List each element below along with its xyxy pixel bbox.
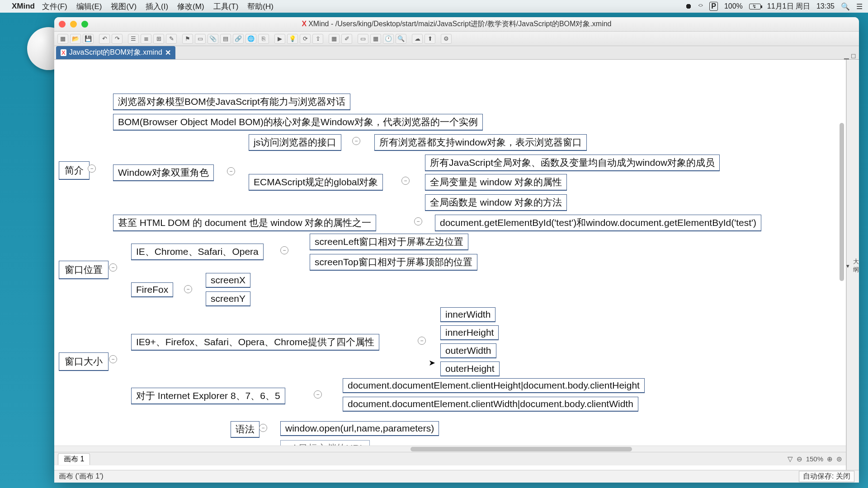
- menu-modify[interactable]: 修改(M): [177, 1, 204, 12]
- toggle-icon[interactable]: −: [109, 263, 117, 272]
- node-intro[interactable]: 简介: [59, 161, 90, 180]
- node-win-size[interactable]: 窗口大小: [59, 352, 108, 371]
- node-doc-prop-c[interactable]: document.getElementById('test')和window.d…: [435, 215, 761, 231]
- node-ecma-b[interactable]: 全局变量是 window 对象的属性: [425, 174, 567, 191]
- spotlight-icon[interactable]: 🔍: [841, 2, 850, 11]
- export-icon[interactable]: ⬆: [425, 34, 435, 44]
- node-size-a1[interactable]: innerWidth: [440, 307, 495, 322]
- toggle-icon[interactable]: −: [352, 137, 360, 145]
- search-icon[interactable]: 🔍: [396, 34, 406, 44]
- menu-insert[interactable]: 插入(I): [146, 1, 168, 12]
- chevron-down-icon[interactable]: ▾: [846, 262, 849, 270]
- mindmap-canvas[interactable]: 简介 − 浏览器对象模型BOM使JavaScript有能力与浏览器对话 BOM(…: [54, 60, 846, 470]
- list-icon[interactable]: ≣: [141, 34, 151, 44]
- zoom-in-icon[interactable]: ⊕: [827, 455, 833, 463]
- menubar-date[interactable]: 11月1日 周日: [767, 2, 810, 11]
- node-pos-a2[interactable]: screenTop窗口相对于屏幕顶部的位置: [310, 254, 477, 271]
- style-icon[interactable]: ✎: [166, 34, 177, 44]
- flag-icon[interactable]: ⚑: [182, 34, 193, 44]
- node-win-pos[interactable]: 窗口位置: [59, 261, 108, 279]
- vertical-scrollbar[interactable]: [840, 105, 845, 358]
- node-size-a4[interactable]: outerHeight: [440, 361, 500, 376]
- window-minimize-button[interactable]: [70, 21, 77, 28]
- cloud-up-icon[interactable]: ☁: [412, 34, 423, 44]
- tab-close-icon[interactable]: ✕: [165, 48, 171, 57]
- wifi-icon[interactable]: ⌔: [698, 2, 703, 10]
- outline-icon[interactable]: ☰: [128, 34, 139, 44]
- toggle-icon[interactable]: −: [109, 355, 117, 363]
- toggle-icon[interactable]: −: [259, 424, 267, 432]
- menu-tools[interactable]: 工具(T): [213, 1, 239, 12]
- app-name[interactable]: XMind: [12, 2, 35, 11]
- zoom-out-icon[interactable]: ⊖: [797, 455, 802, 463]
- node-doc-prop[interactable]: 甚至 HTML DOM 的 document 也是 window 对象的属性之一: [113, 215, 376, 231]
- window-titlebar[interactable]: XXMind - /Users/king/Desktop/start/maizi…: [54, 17, 859, 32]
- menu-file[interactable]: 文件(F): [42, 1, 67, 12]
- node-ecma-a[interactable]: 所有JavaScript全局对象、函数及变量均自动成为window对象的成员: [425, 155, 720, 171]
- battery-icon[interactable]: ↯: [749, 4, 761, 9]
- node-syntax-a[interactable]: window.open(url,name,parameters): [280, 421, 439, 436]
- node-size-b2[interactable]: document.documentElement.clientWidth|doc…: [343, 397, 638, 412]
- node-pos-a1[interactable]: screenLeft窗口相对于屏幕左边位置: [310, 234, 468, 250]
- refresh-icon[interactable]: ⟳: [300, 34, 311, 44]
- node-size-a2[interactable]: innerHeight: [440, 325, 499, 340]
- toggle-icon[interactable]: −: [88, 164, 96, 173]
- node-size-a3[interactable]: outerWidth: [440, 343, 496, 358]
- node-intro-a[interactable]: 浏览器对象模型BOM使JavaScript有能力与浏览器对话: [113, 94, 350, 110]
- attach-icon[interactable]: 📎: [208, 34, 218, 44]
- filter-icon[interactable]: ▽: [788, 455, 793, 463]
- doc-icon[interactable]: ⎘: [258, 34, 269, 44]
- node-syntax[interactable]: 语法: [231, 421, 259, 438]
- node-pos-b2[interactable]: screenY: [206, 291, 250, 306]
- toggle-icon[interactable]: −: [414, 217, 422, 225]
- share-icon[interactable]: ⇪: [312, 34, 323, 44]
- node-pos-a[interactable]: IE、Chrome、Safari、Opera: [131, 244, 264, 260]
- save-icon[interactable]: 💾: [83, 34, 94, 44]
- link-icon[interactable]: 🔗: [233, 34, 244, 44]
- node-size-b[interactable]: 对于 Internet Explorer 8、7、6、5: [131, 388, 285, 404]
- web-icon[interactable]: 🌐: [245, 34, 256, 44]
- open-icon[interactable]: 📂: [70, 34, 81, 44]
- node-js-access-c[interactable]: 所有浏览器都支持window对象，表示浏览器窗口: [374, 134, 587, 151]
- screen-record-icon[interactable]: ⏺: [685, 2, 692, 10]
- clock-icon[interactable]: 🕐: [383, 34, 394, 44]
- menubar-time[interactable]: 13:35: [816, 2, 835, 10]
- sheet-tab[interactable]: 画布 1: [58, 453, 90, 465]
- toggle-icon[interactable]: −: [314, 390, 322, 399]
- node-size-b1[interactable]: document.documentElement.clientHeight|do…: [343, 378, 645, 393]
- bulb-icon[interactable]: 💡: [287, 34, 298, 44]
- grid-icon[interactable]: ▦: [329, 34, 340, 44]
- window-close-button[interactable]: [59, 21, 66, 28]
- node-pos-b1[interactable]: screenX: [206, 273, 250, 288]
- node-pos-b[interactable]: FireFox: [131, 282, 173, 297]
- cal-icon[interactable]: ▦: [370, 34, 381, 44]
- horizontal-scrollbar[interactable]: [54, 446, 846, 452]
- node-size-a[interactable]: IE9+、Firefox、Safari、Opera、Chrome提供了四个属性: [131, 334, 379, 351]
- toggle-icon[interactable]: −: [280, 246, 288, 254]
- node-intro-b[interactable]: BOM(Browser Object Model BOM)的核心对象是Windo…: [113, 114, 483, 131]
- menu-view[interactable]: 视图(V): [111, 1, 137, 12]
- zoom-fit-icon[interactable]: ⊜: [836, 455, 842, 463]
- gear-icon[interactable]: ⚙: [441, 34, 452, 44]
- toggle-icon[interactable]: −: [418, 337, 426, 345]
- redo-icon[interactable]: ↷: [112, 34, 123, 44]
- new-icon[interactable]: ▦: [57, 34, 68, 44]
- maximize-icon[interactable]: ◻: [851, 52, 856, 59]
- brush-icon[interactable]: ✐: [341, 34, 352, 44]
- menu-edit[interactable]: 编辑(E): [76, 1, 102, 12]
- toggle-icon[interactable]: −: [227, 167, 235, 175]
- node-win-role[interactable]: Window对象双重角色: [113, 164, 214, 181]
- menu-help[interactable]: 帮助(H): [247, 1, 274, 12]
- toggle-icon[interactable]: −: [184, 285, 192, 293]
- image-icon[interactable]: ▭: [195, 34, 206, 44]
- toggle-icon[interactable]: −: [401, 177, 410, 185]
- tree-icon[interactable]: ⊞: [153, 34, 164, 44]
- minimize-icon[interactable]: ▁: [844, 52, 849, 59]
- window-zoom-button[interactable]: [81, 21, 88, 28]
- node-ecma[interactable]: ECMAScript规定的global对象: [249, 174, 383, 191]
- node-ecma-c[interactable]: 全局函数是 window 对象的方法: [425, 194, 567, 211]
- present-icon[interactable]: ▶: [274, 34, 285, 44]
- menu-icon[interactable]: ☰: [856, 2, 863, 11]
- right-panel[interactable]: 大纲 ▾ 属 性 画布 背 增 图 高: [846, 60, 859, 470]
- tab-active[interactable]: X JavaScript的BOM对象.xmind ✕: [56, 46, 175, 59]
